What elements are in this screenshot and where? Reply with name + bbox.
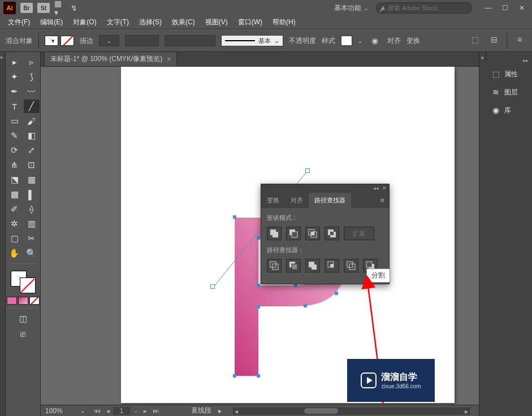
last-page-icon[interactable]: ⏭ — [150, 407, 162, 415]
chevron-down-icon[interactable]: ⌄ — [358, 38, 362, 44]
canvas[interactable]: ◂◂ ✕ 变换 对齐 路径查找器 ≡ 形状模式： — [41, 67, 479, 405]
transform-label[interactable]: 变换 — [406, 36, 420, 46]
menu-effect[interactable]: 效果(C) — [167, 16, 200, 29]
panel-collapse-icon[interactable]: ◂◂ — [373, 185, 379, 191]
slice-tool[interactable]: ✂ — [24, 232, 40, 245]
arrange-docs-icon[interactable]: ▦ ▾ — [54, 3, 64, 13]
zoom-level[interactable]: 100% — [45, 407, 73, 415]
curvature-tool[interactable]: 〰 — [24, 85, 40, 98]
selection-tool[interactable]: ▸ — [7, 55, 23, 69]
recolor-icon[interactable]: ◉ — [368, 34, 382, 47]
width-tool[interactable]: ⋔ — [7, 158, 23, 172]
shaper-tool[interactable]: ✎ — [7, 129, 23, 142]
fill-swatch[interactable]: ?▾ — [45, 36, 58, 46]
type-tool[interactable]: T — [7, 99, 23, 113]
panel-menu-icon[interactable]: ≡ — [375, 196, 389, 205]
brush-def[interactable] — [165, 35, 215, 46]
minus-front-button[interactable] — [286, 227, 301, 240]
minimize-button[interactable]: ― — [481, 3, 495, 13]
maximize-button[interactable]: ☐ — [498, 3, 512, 13]
rotate-tool[interactable]: ⟳ — [7, 144, 23, 157]
stroke-profile[interactable] — [125, 35, 159, 46]
free-transform-tool[interactable]: ⊡ — [24, 158, 40, 172]
menu-help[interactable]: 帮助(H) — [268, 16, 300, 29]
align-label[interactable]: 对齐 — [387, 36, 401, 46]
search-input[interactable] — [388, 5, 467, 11]
menu-select[interactable]: 选择(S) — [135, 16, 166, 29]
tab-align[interactable]: 对齐 — [285, 193, 309, 208]
prev-page-icon[interactable]: ◂ — [104, 407, 112, 415]
shape-builder-tool[interactable]: ⬔ — [7, 173, 23, 187]
panel-layers[interactable]: ≋ 图层 — [486, 84, 532, 101]
stroke-box[interactable] — [20, 278, 36, 293]
panel-menu-icon[interactable]: ≡ — [513, 33, 526, 46]
next-page-icon[interactable]: ▸ — [141, 407, 149, 415]
line-tool[interactable]: ╱ — [24, 99, 40, 113]
stroke-swatch[interactable] — [60, 36, 74, 46]
color-swatch-grad[interactable] — [18, 297, 28, 305]
magic-wand-tool[interactable]: ✦ — [7, 70, 23, 84]
panel-libraries[interactable]: ◉ 库 — [486, 102, 532, 119]
scale-tool[interactable]: ⤢ — [24, 144, 40, 157]
workspace-selector[interactable]: 基本功能 ⌄ — [331, 3, 371, 13]
direct-selection-tool[interactable]: ▹ — [24, 55, 40, 69]
tab-transform[interactable]: 变换 — [261, 193, 285, 208]
draw-mode[interactable]: ◫ — [15, 312, 31, 326]
gradient-tool[interactable]: ▌ — [24, 188, 40, 201]
line-endpoint[interactable] — [305, 168, 310, 173]
brush-basic[interactable]: 基本⌄ — [221, 35, 283, 46]
blend-tool[interactable]: ⟠ — [24, 202, 40, 216]
stock-badge[interactable]: St — [37, 3, 50, 13]
graph-tool[interactable]: ▥ — [24, 217, 40, 231]
trim-button[interactable] — [286, 259, 301, 272]
left-dock-gutter[interactable]: ▸ — [0, 52, 6, 416]
outline-button[interactable] — [344, 259, 358, 272]
style-swatch[interactable] — [341, 36, 352, 46]
menu-file[interactable]: 文件(F) — [3, 16, 34, 29]
zoom-tool[interactable]: 🔍 — [24, 246, 40, 260]
hand-tool[interactable]: ✋ — [7, 246, 23, 260]
stroke-weight-input[interactable]: ⌄ — [99, 35, 119, 46]
color-swatch-pink[interactable] — [7, 297, 17, 305]
divide-button[interactable] — [267, 259, 282, 272]
lasso-tool[interactable]: ⟆ — [24, 70, 40, 84]
menu-type[interactable]: 文字(T) — [102, 16, 133, 29]
rectangle-tool[interactable]: ▭ — [7, 114, 23, 128]
horizontal-scrollbar[interactable]: ◂▸ — [233, 408, 470, 414]
menu-edit[interactable]: 编辑(E) — [36, 16, 67, 29]
menu-view[interactable]: 视图(V) — [201, 16, 232, 29]
close-button[interactable]: ✕ — [515, 3, 529, 13]
intersect-button[interactable] — [305, 227, 320, 240]
first-page-icon[interactable]: ⏮ — [92, 407, 103, 415]
bridge-badge[interactable]: Br — [20, 3, 33, 13]
color-swatch-none[interactable] — [29, 297, 40, 305]
crop-button[interactable] — [325, 259, 339, 272]
eraser-tool[interactable]: ◧ — [24, 129, 40, 142]
artboard-tool[interactable]: ▢ — [7, 232, 23, 245]
search-box[interactable]: 𝓅 — [376, 2, 472, 14]
chevron-down-icon[interactable]: ⌄ — [80, 408, 85, 414]
merge-button[interactable] — [305, 259, 320, 272]
menu-window[interactable]: 窗口(W) — [233, 16, 267, 29]
paintbrush-tool[interactable]: 🖌 — [24, 114, 40, 128]
close-tab-icon[interactable]: × — [167, 55, 171, 63]
line-endpoint[interactable] — [210, 284, 215, 289]
panel-close-icon[interactable]: ✕ — [382, 185, 387, 191]
vertical-scrollbar[interactable]: ▴ — [479, 52, 486, 416]
expand-button[interactable]: 扩展 — [344, 227, 374, 240]
screen-mode[interactable]: ⎚ — [15, 327, 31, 340]
document-tab[interactable]: 未标题-1* @ 100% (CMYK/像素预览) × — [44, 51, 177, 66]
dock-expand-icon[interactable]: ▸▸ — [520, 57, 532, 64]
gpu-icon[interactable]: ↯ — [69, 3, 79, 13]
panel-properties[interactable]: ⬚ 属性 — [486, 66, 532, 83]
align-panel-icon[interactable]: ⊟ — [487, 33, 501, 46]
perspective-tool[interactable]: ▦ — [24, 173, 40, 187]
exclude-button[interactable] — [325, 227, 339, 240]
menu-object[interactable]: 对象(O) — [68, 16, 101, 29]
tab-pathfinder[interactable]: 路径查找器 — [309, 193, 351, 208]
unite-button[interactable] — [267, 227, 282, 240]
status-menu-icon[interactable]: ▸ — [218, 407, 222, 415]
symbol-sprayer-tool[interactable]: ✲ — [7, 217, 23, 231]
mesh-tool[interactable]: ▩ — [7, 188, 23, 201]
page-number[interactable]: 1 — [113, 407, 130, 415]
